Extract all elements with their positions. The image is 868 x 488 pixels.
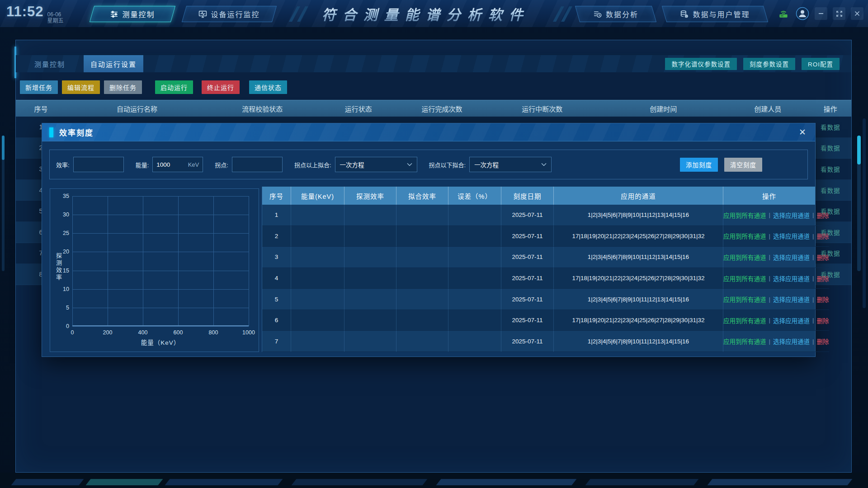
toolbar-button[interactable]: 删除任务 [104,80,142,94]
select-apply-channels-link[interactable]: 选择应用通道 [773,211,810,220]
delete-link[interactable]: 删除 [817,316,829,325]
channels-cell: 1|2|3|4|5|6|7|8|9|10|11|12|13|14|15|16 [554,205,723,226]
gridline [72,196,249,197]
weekday-display: 星期五 [47,18,64,24]
delete-link[interactable]: 删除 [817,231,829,240]
knee-input[interactable] [236,161,278,168]
delete-link[interactable]: 删除 [817,295,829,304]
view-data-link[interactable]: 看数据 [821,124,840,131]
fit-eff-cell [396,310,448,331]
error-cell [448,268,501,289]
efficiency-input[interactable] [77,161,120,168]
maximize-button[interactable] [833,7,845,20]
chart-x-axis-label: 能量（KeV） [72,338,249,347]
action-separator: | [769,275,771,282]
toolbar-button[interactable]: 新增任务 [20,80,58,94]
calibration-row: 12025-07-111|2|3|4|5|6|7|8|9|10|11|12|13… [262,205,815,226]
gridline [143,196,143,326]
fit-above-select[interactable]: 一次方程 [335,157,417,172]
select-apply-channels-link[interactable]: 选择应用通道 [773,295,810,304]
fit-below-select[interactable]: 一次方程 [469,157,552,172]
select-apply-channels-link[interactable]: 选择应用通道 [773,316,810,325]
toolbar-button[interactable]: 通信状态 [249,80,287,94]
modal-close-icon[interactable]: ✕ [799,127,806,137]
toolbar-button[interactable]: 编辑流程 [62,80,100,94]
energy-input[interactable] [156,161,186,168]
date-display: 06-06 [47,11,64,18]
select-apply-channels-link[interactable]: 选择应用通道 [773,274,810,283]
toolbar-button[interactable]: 终止运行 [202,80,240,94]
nav-data-analysis[interactable]: 数据分析 [577,6,654,22]
select-apply-channels-link[interactable]: 选择应用通道 [773,337,810,346]
action-separator: | [769,338,771,345]
select-apply-channels-link[interactable]: 选择应用通道 [773,253,810,262]
minimize-button[interactable] [815,7,827,20]
gridline [249,196,249,326]
row-action: 看数据 [810,122,851,131]
action-separator: | [812,233,814,239]
roi-config-button[interactable]: ROI配置 [802,58,840,70]
row-action: 看数据 [810,164,851,174]
chart-plot-area: 0510152025303502004006008001000 [72,196,249,326]
apply-all-channels-link[interactable]: 应用到所有通道 [723,337,766,346]
nav-device-monitor[interactable]: 设备运行监控 [184,6,274,22]
apply-all-channels-link[interactable]: 应用到所有通道 [723,274,766,283]
apply-all-channels-link[interactable]: 应用到所有通道 [723,316,766,325]
energy-cell [291,205,344,226]
clear-calibration-button[interactable]: 清空刻度 [724,158,762,172]
energy-cell [291,247,344,268]
fit-eff-cell [396,226,448,247]
select-apply-channels-link[interactable]: 选择应用通道 [773,231,810,240]
channels-cell: 1|2|3|4|5|6|7|8|9|10|11|12|13|14|15|16 [554,247,723,268]
x-tick-label: 1000 [242,326,255,336]
efficiency-label: 效率: [56,160,70,169]
detect-eff-cell [344,289,396,310]
view-data-link[interactable]: 看数据 [821,188,840,194]
nav-label: 数据与用户管理 [693,9,750,19]
add-calibration-button[interactable]: 添加刻度 [680,158,718,172]
calibration-table: 序号 能量(KeV) 探测效率 拟合效率 误差（%） 刻度日期 应用的通道 操作… [262,187,816,352]
row-actions: 应用到所有通道|选择应用通道|删除 [723,226,829,247]
row-action: 看数据 [810,186,851,195]
user-avatar-icon[interactable] [796,7,809,20]
task-toolbar: 新增任务编辑流程删除任务启动运行终止运行通信状态 [16,80,287,94]
detect-eff-cell [344,268,396,289]
y-tick-label: 20 [63,249,72,255]
calibration-params-button[interactable]: 刻度参数设置 [743,58,795,70]
calibration-table-header: 序号 能量(KeV) 探测效率 拟合效率 误差（%） 刻度日期 应用的通道 操作 [262,187,815,205]
apply-all-channels-link[interactable]: 应用到所有通道 [723,231,766,240]
nav-measure-control[interactable]: 测量控制 [92,6,173,22]
apply-all-channels-link[interactable]: 应用到所有通道 [723,295,766,304]
calibration-form: 效率: 能量: KeV 拐点: 拐点以上拟合: 一次方程 拐点以下拟合: 一次方… [49,150,808,179]
apply-all-channels-link[interactable]: 应用到所有通道 [723,253,766,262]
delete-link[interactable]: 删除 [817,274,829,283]
gridline [72,196,73,326]
detect-eff-cell [344,331,396,352]
topbar: 11:52 06-06 星期五 测量控制 设备运行监控 符合测量能谱分析软件 [0,0,868,27]
view-data-link[interactable]: 看数据 [821,166,840,173]
row-index: 7 [262,331,291,352]
chevron-down-icon [541,163,547,166]
delete-link[interactable]: 删除 [817,337,829,346]
col-header: 操作 [810,104,851,113]
apply-all-channels-link[interactable]: 应用到所有通道 [723,211,766,220]
chart-y-axis-label: 探测效率 [54,252,63,281]
view-data-link[interactable]: 看数据 [821,145,840,152]
nav-data-user-management[interactable]: 数据与用户管理 [664,6,766,22]
delete-link[interactable]: 删除 [817,253,829,262]
gridline [213,196,214,326]
energy-cell [291,331,344,352]
tab-measure-control[interactable]: 测量控制 [16,55,84,72]
router-online-icon[interactable] [777,7,790,20]
x-tick-label: 400 [138,326,148,336]
config-buttons: 数字化谱仪参数设置 刻度参数设置 ROI配置 [665,58,840,70]
close-window-button[interactable] [851,7,863,20]
tab-auto-run-settings[interactable]: 自动运行设置 [84,55,143,72]
detect-eff-cell [344,226,396,247]
digitizer-params-button[interactable]: 数字化谱仪参数设置 [665,58,737,70]
nav-label: 设备运行监控 [211,9,260,19]
col-header: 运行中断次数 [484,104,601,113]
toolbar-button[interactable]: 启动运行 [155,80,193,94]
delete-link[interactable]: 删除 [817,211,829,220]
gridline [72,289,249,290]
